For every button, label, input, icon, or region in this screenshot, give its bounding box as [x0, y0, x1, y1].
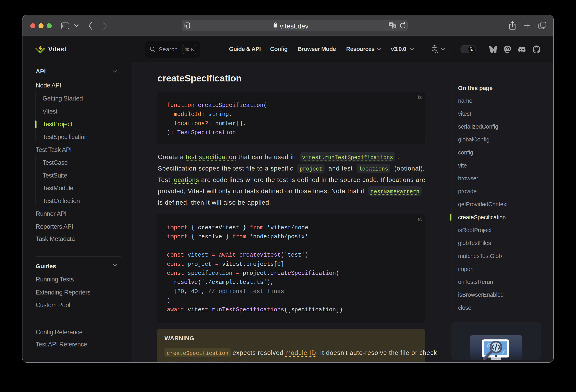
svg-text:A: A [390, 23, 392, 26]
svg-text:文: 文 [393, 25, 396, 28]
svg-text:A: A [435, 49, 438, 53]
